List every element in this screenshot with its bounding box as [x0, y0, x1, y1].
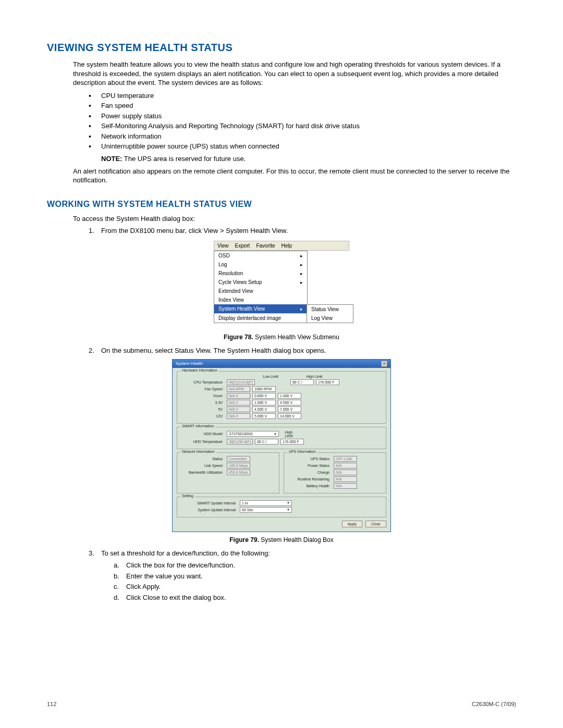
step-text: On the submenu, select Status View. The …: [101, 347, 326, 354]
ups-runtime-value: N/A: [334, 476, 357, 482]
note-text: The UPS area is reserved for future use.: [124, 155, 246, 163]
menu-item-index-view[interactable]: Index View: [214, 295, 307, 304]
dialog-titlebar: System Health ×: [173, 360, 390, 368]
hdd-high-c-input[interactable]: 80 C /: [255, 439, 278, 445]
page-number: 112: [47, 701, 56, 707]
close-icon[interactable]: ×: [381, 361, 387, 367]
step-1: 1. From the DX8100 menu bar, click View …: [89, 226, 516, 236]
submenu-arrow-icon: ▸: [300, 280, 303, 285]
fan-low-input[interactable]: 1000 RPM: [252, 386, 276, 392]
submenu-arrow-icon: ▸: [300, 253, 303, 258]
smart-info-group: SMART Information HDD Model ST3750330NS▼…: [177, 427, 386, 449]
chevron-down-icon: ▼: [274, 433, 277, 436]
network-info-group: Network Information StatusConnected Link…: [177, 452, 279, 493]
page-heading: VIEWING SYSTEM HEALTH STATUS: [47, 42, 516, 54]
submenu-log-view[interactable]: Log View: [307, 314, 353, 323]
fan-cur: N/A RPM: [227, 386, 250, 392]
bullet-item: Uninterruptible power source (UPS) statu…: [89, 141, 516, 152]
sub-steps-list: a.Click the box for the device/function.…: [114, 560, 516, 603]
hdd-high-f-input[interactable]: 176.000 F: [280, 439, 304, 445]
cpu-temp-value: 46(C)/114.8(F): [227, 379, 255, 385]
figure-78-text: System Health View Submenu: [255, 334, 339, 341]
menu-export[interactable]: Export: [235, 243, 250, 249]
step-number: 2.: [89, 346, 94, 355]
hdd-temp-value: 38(C)/96.8(F): [227, 439, 253, 445]
access-line: To access the System Health dialog box:: [73, 214, 516, 224]
ups-status-value: OFF-LINE: [334, 456, 357, 462]
substep-b: b.Enter the value you want.: [114, 571, 516, 582]
net-link-label: Link Speed: [180, 464, 225, 467]
v12-high-input[interactable]: 14.000 V: [278, 413, 301, 419]
v12-cur: N/A V: [227, 413, 250, 419]
v5-cur: N/A V: [227, 406, 250, 412]
device-bullet-list: CPU temperature Fan speed Power supply s…: [89, 91, 516, 152]
menu-help[interactable]: Help: [282, 243, 292, 249]
apply-button[interactable]: Apply: [342, 521, 363, 527]
system-health-submenu: Status View Log View: [307, 304, 353, 323]
cpu-high-c-input[interactable]: 80 C /: [290, 379, 314, 385]
page-footer: 112 C2630M-C (7/09): [47, 701, 516, 707]
step-3: 3. To set a threshold for a device/funct…: [89, 549, 516, 603]
v33-high-input[interactable]: 4.500 V: [278, 400, 301, 405]
high-limit-header: High Limit: [288, 375, 340, 378]
menu-item-cycle-views[interactable]: Cycle Views Setup▸: [214, 278, 307, 287]
net-status-label: Status: [180, 457, 225, 461]
dialog-title: System Health: [176, 361, 203, 366]
intro-paragraph: The system health feature allows you to …: [73, 60, 516, 88]
menu-item-resolution[interactable]: Resolution▸: [214, 269, 307, 278]
smart-interval-select[interactable]: 1 hr▼: [240, 500, 292, 506]
menu-view[interactable]: View: [217, 243, 229, 249]
step-text: From the DX8100 menu bar, click View > S…: [101, 227, 288, 235]
bullet-item: Self-Monitoring Analysis and Reporting T…: [89, 121, 516, 131]
v12-label: 12V: [180, 414, 225, 418]
menu-item-deinterlaced[interactable]: Display deinterlaced image: [214, 313, 307, 323]
steps-list: 1. From the DX8100 menu bar, click View …: [89, 226, 516, 236]
vcore-label: Vcore: [180, 394, 225, 398]
menu-item-system-health-view[interactable]: System Health View▸: [214, 304, 307, 313]
ups-legend: UPS Information: [287, 450, 317, 453]
bullet-item: Power supply status: [89, 111, 516, 121]
bullet-item: CPU temperature: [89, 91, 516, 101]
fan-speed-label: Fan Speed: [180, 387, 225, 391]
view-menu-panel: OSD▸ Log▸ Resolution▸ Cycle Views Setup▸…: [214, 251, 308, 323]
close-button[interactable]: Close: [365, 521, 386, 527]
submenu-status-view[interactable]: Status View: [307, 305, 353, 314]
chevron-down-icon: ▼: [287, 508, 290, 511]
system-interval-select[interactable]: 60 Sec▼: [240, 507, 292, 513]
network-legend: Network Information: [180, 450, 216, 453]
vcore-cur: N/A V: [227, 393, 250, 399]
v5-low-input[interactable]: 4.000 V: [252, 406, 276, 412]
submenu-arrow-icon: ▸: [300, 306, 303, 312]
menu-item-extended-view[interactable]: Extended View: [214, 287, 307, 295]
menu-item-log[interactable]: Log▸: [214, 260, 307, 269]
ups-power-label: Power Status: [287, 464, 332, 467]
menu-bar: View Export Favorite Help: [214, 241, 349, 251]
smart-interval-label: SMART Update Interval: [180, 501, 238, 505]
v33-low-input[interactable]: 1.000 V: [252, 400, 276, 405]
ups-batt-label: Battery Health: [287, 484, 332, 488]
net-link-value: 100.0 Mbps: [227, 463, 250, 468]
setting-legend: Setting: [180, 494, 195, 498]
vcore-high-input[interactable]: 1.400 V: [278, 393, 301, 399]
chevron-down-icon: ▼: [287, 501, 290, 504]
figure-79-dialog: System Health × Hardware Information Low…: [172, 359, 391, 532]
cpu-high-f-input[interactable]: 176.000 F: [316, 379, 339, 385]
v5-high-input[interactable]: 7.000 V: [278, 406, 301, 412]
ups-info-group: UPS Information UPS StatusOFF-LINE Power…: [284, 452, 386, 493]
hdd-model-label: HDD Model: [180, 432, 225, 436]
hardware-legend: Hardware Information: [180, 368, 218, 372]
menu-item-osd[interactable]: OSD▸: [214, 251, 307, 260]
figure-78-label: Figure 78.: [224, 334, 253, 341]
ups-charge-label: Charge: [287, 471, 332, 474]
note-line: NOTE: The UPS area is reserved for futur…: [101, 155, 516, 163]
vcore-low-input[interactable]: 0.000 V: [252, 393, 276, 399]
hdd-model-select[interactable]: ST3750330NS▼: [227, 431, 279, 437]
ups-status-label: UPS Status: [287, 457, 332, 461]
substep-d: d.Click Close to exit the dialog box.: [114, 593, 516, 603]
setting-group: Setting SMART Update Interval 1 hr▼ Syst…: [177, 497, 386, 517]
menu-favorite[interactable]: Favorite: [256, 243, 275, 249]
v33-label: 3.3V: [180, 401, 225, 404]
v12-low-input[interactable]: 5.000 V: [252, 413, 276, 419]
bullet-item: Fan speed: [89, 101, 516, 111]
ups-power-value: N/A: [334, 463, 357, 468]
